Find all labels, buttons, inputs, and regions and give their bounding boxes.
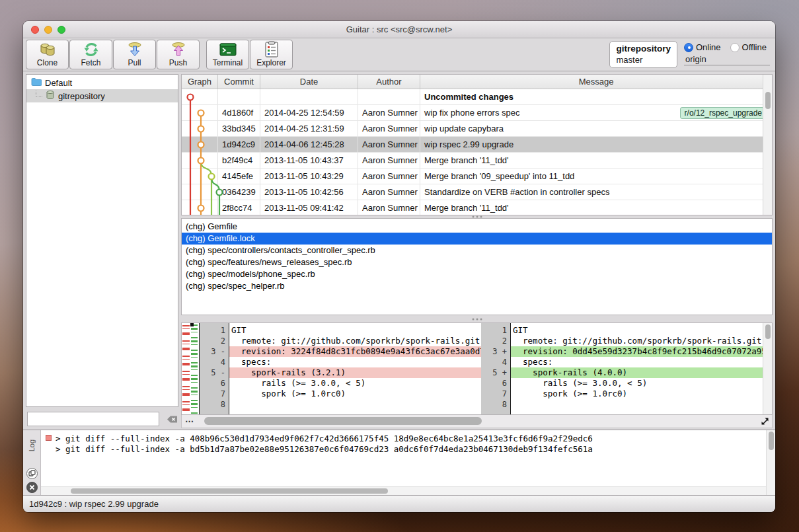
online-radio-dot[interactable] [684,43,693,52]
table-filelist-splitter[interactable] [181,215,773,218]
log-hscrollbar[interactable] [41,486,766,495]
log-hscrollbar-thumb[interactable] [71,488,388,494]
diff-line: 6 rails (>= 3.0.0, < 5) [200,378,481,389]
column-header-commit[interactable]: Commit [218,75,260,89]
diff-line: 5 - spork-rails (3.2.1) [200,367,481,378]
commit-row[interactable]: 1d942c92014-04-06 12:45:28Aaron Sumnerwi… [182,137,772,153]
diff-line: 1GIT [200,325,481,336]
push-button[interactable]: Push [157,40,200,69]
diff-line: 4 specs: [481,357,763,367]
log-side-strip: Log [23,430,41,495]
online-label: Online [696,42,721,52]
process-indicator [46,435,52,441]
commit-row[interactable]: 03642392013-11-05 10:42:56Aaron SumnerSt… [182,184,772,200]
commit-row[interactable]: 33bd3452014-04-25 12:31:59Aaron Sumnerwi… [182,121,772,137]
diff-left-pane: 1GIT2 remote: git://github.com/sporkrb/s… [200,323,481,414]
diff-minimap [182,323,200,414]
app-window: Guitar : src <src@srcw.net> Clone [23,21,775,512]
status-text: 1d942c9 : wip rspec 2.99 upgrade [29,499,159,509]
diff-scrollbar-thumb[interactable] [765,324,771,339]
offline-label: Offline [742,42,767,52]
diff-line: 7 spork (>= 1.0rc0) [200,389,481,399]
diff-hscrollbar[interactable]: ⋯ [181,415,773,428]
expand-icon [761,417,770,426]
content-column: Graph Commit Date Author Message Uncommi… [181,74,773,430]
status-bar: 1d942c9 : wip rspec 2.99 upgrade [23,495,775,512]
remote-select[interactable]: origin [684,54,770,65]
commit-row[interactable]: 4145efe2013-11-05 10:43:29Aaron SumnerMe… [182,169,772,184]
clear-filter-button[interactable] [163,414,178,424]
commit-table-scrollbar-thumb[interactable] [765,92,771,109]
push-label: Push [169,58,187,67]
diff-line: 8 [200,399,481,410]
commit-row[interactable]: 2f8cc742013-11-05 09:41:42Aaron SumnerMe… [182,200,772,215]
close-button[interactable] [31,26,39,34]
changed-file-item[interactable]: (chg) spec/spec_helper.rb [182,280,772,292]
commit-table-scrollbar[interactable] [763,75,772,215]
changed-file-item[interactable]: (chg) spec/models/phone_spec.rb [182,268,772,280]
log-line: > git diff --full-index -a bd5b1d7a87be0… [56,444,773,455]
expand-diff-button[interactable] [759,416,771,427]
terminal-button[interactable]: Terminal [206,40,249,69]
toolbar: Clone Fetch Pull [23,38,775,71]
column-header-date[interactable]: Date [260,75,358,89]
main-area: Default gitrepository [23,71,775,430]
clear-log-button[interactable] [26,482,38,493]
offline-radio-dot[interactable] [730,43,740,52]
changed-file-item[interactable]: (chg) Gemfile [182,221,772,233]
repository-tree: Default gitrepository [26,74,178,407]
minimize-button[interactable] [44,26,52,34]
pull-button[interactable]: Pull [113,40,156,69]
minimap-deletions [182,323,190,414]
online-radio[interactable]: Online [684,42,721,52]
commit-row[interactable]: b2f49c42013-11-05 10:43:37Aaron SumnerMe… [182,153,772,169]
clone-label: Clone [37,58,57,67]
filelist-diff-splitter[interactable] [181,315,773,323]
splitter-grip [476,216,478,218]
database-icon [46,90,55,102]
title-bar[interactable]: Guitar : src <src@srcw.net> [23,21,775,38]
terminal-label: Terminal [213,58,243,67]
copy-icon [28,470,36,477]
diff-options-button[interactable]: ⋯ [182,416,198,428]
diff-line: 6 rails (>= 3.0.0, < 5) [481,378,763,389]
terminal-icon [219,41,237,58]
offline-radio[interactable]: Offline [730,42,767,52]
changed-file-item[interactable]: (chg) Gemfile.lock [182,233,772,245]
log-tab[interactable]: Log [28,439,36,451]
column-header-graph[interactable]: Graph [182,75,218,89]
zoom-button[interactable] [57,26,65,34]
backspace-icon [163,414,178,424]
current-branch: master [616,54,671,65]
diff-hscrollbar-thumb[interactable] [204,417,482,425]
column-header-author[interactable]: Author [358,75,420,89]
changed-file-item[interactable]: (chg) spec/features/news_releases_spec.r… [182,256,772,268]
diff-scrollbar[interactable] [763,323,772,414]
tree-item-label: gitrepository [58,91,105,101]
commit-row[interactable]: Uncommited changes [182,89,772,105]
commit-row[interactable]: 4d1860f2014-04-25 12:54:59Aaron Sumnerwi… [182,105,772,121]
log-vscrollbar[interactable] [766,430,775,495]
filter-input[interactable] [27,412,159,426]
diff-line: 5 + spork-rails (4.0.0) [481,367,763,378]
pull-label: Pull [128,58,141,67]
fetch-label: Fetch [81,58,100,67]
repo-name: gitrepository [616,43,671,54]
commit-history-table: Graph Commit Date Author Message Uncommi… [181,74,773,215]
tree-group-default[interactable]: Default [26,76,178,89]
diff-line: 4 specs: [200,357,481,367]
copy-log-button[interactable] [26,468,38,479]
tree-item-gitrepository[interactable]: gitrepository [26,89,178,102]
commit-table-header: Graph Commit Date Author Message [182,75,772,89]
changed-file-item[interactable]: (chg) spec/controllers/contacts_controll… [182,245,772,256]
current-repo-box: gitrepository master [609,41,677,68]
explorer-button[interactable]: Explorer [250,40,293,69]
fetch-button[interactable]: Fetch [69,40,112,69]
clone-button[interactable]: Clone [26,40,69,69]
branch-tag[interactable]: r/o/12_rspec_upgrade [680,107,767,119]
diff-line: 3 - revision: 3224f84d8c31fcb0894e9a43f6… [200,346,481,357]
fetch-icon [83,41,100,58]
log-vscrollbar-thumb[interactable] [769,432,774,450]
clone-icon [38,41,57,58]
column-header-message[interactable]: Message [420,75,772,89]
